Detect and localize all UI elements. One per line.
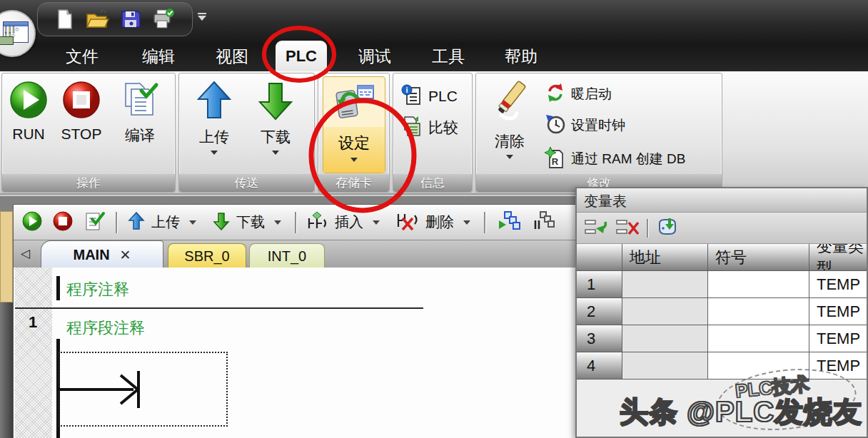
program-editor-panel: 上传 下载 插入 删除	[13, 204, 575, 438]
ribbon-group-label-operations: 操作	[2, 174, 175, 192]
download-dropdown-caret[interactable]	[272, 151, 279, 155]
compare-button[interactable]: 比较	[400, 115, 458, 141]
delete-element-icon[interactable]	[396, 211, 419, 234]
editor-delete-caret[interactable]	[463, 220, 470, 225]
navigate-blocks-icon[interactable]	[496, 210, 520, 235]
insert-row-icon[interactable]	[584, 216, 608, 240]
table-header-row: 地址 符号 变量类型	[577, 244, 867, 271]
cell-address[interactable]	[622, 352, 708, 380]
tab-main[interactable]: MAIN✕	[41, 240, 163, 268]
svg-text:R: R	[552, 156, 559, 167]
plc-info-button[interactable]: i PLC	[400, 83, 458, 109]
svg-text:i: i	[405, 86, 408, 94]
editor-delete-label[interactable]: 删除	[425, 213, 454, 232]
variable-table-title[interactable]: 变量表	[577, 188, 867, 213]
warm-start-button[interactable]: 暖启动	[545, 82, 612, 106]
download-small-icon[interactable]	[213, 212, 230, 233]
editor-upload-caret[interactable]	[189, 220, 196, 225]
network-number: 1	[21, 313, 45, 332]
cell-symbol[interactable]	[708, 325, 809, 352]
quick-access-toolbar	[37, 2, 193, 36]
tab-sbr0[interactable]: SBR_0	[168, 243, 246, 268]
app-window: ║║║○ ║║○ 文件 编辑 视图 PLC 调试 工具 帮助 RUN STOP	[0, 0, 868, 438]
toolbar-separator	[647, 219, 648, 238]
menu-debug[interactable]: 调试	[353, 43, 396, 70]
navigate-contacts-icon[interactable]	[531, 210, 555, 235]
ribbon-group-operations: RUN STOP 编译 操作	[1, 73, 176, 193]
variable-table: 地址 符号 变量类型 1 TEMP 2 TEMP 3 TEMP	[577, 244, 867, 380]
run-button[interactable]: RUN	[6, 81, 51, 143]
comment-marker-bar	[56, 276, 60, 300]
compare-icon	[400, 115, 423, 141]
upload-dropdown-caret[interactable]	[211, 151, 218, 155]
cell-var-type[interactable]: TEMP	[809, 298, 867, 325]
row-number[interactable]: 1	[577, 271, 622, 298]
delete-row-icon[interactable]	[615, 216, 640, 240]
editor-download-caret[interactable]	[274, 220, 281, 225]
cell-address[interactable]	[622, 325, 708, 352]
stop-button[interactable]: STOP	[59, 81, 104, 143]
upload-button[interactable]: 上传	[192, 81, 236, 155]
editor-toolbar: 上传 下载 插入 删除	[14, 205, 576, 240]
menu-plc-selected[interactable]: PLC	[276, 41, 327, 71]
open-folder-icon[interactable]	[85, 8, 109, 31]
header-symbol[interactable]: 符号	[708, 244, 809, 271]
editor-insert-label[interactable]: 插入	[335, 213, 363, 232]
row-number[interactable]: 2	[577, 298, 622, 325]
clear-dropdown-caret[interactable]	[506, 155, 513, 159]
cell-symbol[interactable]	[708, 271, 809, 298]
ladder-editor-canvas[interactable]: 程序注释 1 程序段注释	[14, 268, 576, 438]
navigation-pane-edge	[0, 211, 13, 302]
sort-filter-icon[interactable]	[655, 216, 678, 240]
row-number[interactable]: 3	[577, 325, 622, 352]
variable-table-toolbar	[577, 213, 867, 244]
cell-address[interactable]	[622, 298, 708, 325]
row-number[interactable]: 4	[577, 352, 622, 380]
network-comment[interactable]: 程序段注释	[66, 317, 145, 339]
create-db-from-ram-button[interactable]: R 通过 RAM 创建 DB	[545, 146, 685, 172]
ribbon-group-transfer: 上传 下载 传送	[178, 73, 315, 193]
editor-upload-label[interactable]: 上传	[151, 213, 180, 232]
run-icon	[9, 81, 48, 122]
program-comment[interactable]: 程序注释	[66, 279, 129, 300]
tab-int0[interactable]: INT_0	[249, 243, 325, 268]
menu-tools[interactable]: 工具	[427, 43, 470, 70]
compile-small-icon[interactable]	[84, 210, 105, 235]
upload-arrow-icon	[196, 81, 233, 123]
header-var-type[interactable]: 变量类型	[809, 244, 867, 271]
cell-var-type[interactable]: TEMP	[809, 271, 867, 298]
editor-tab-bar: ◁ MAIN✕ SBR_0 INT_0	[14, 240, 576, 268]
menu-file[interactable]: 文件	[61, 43, 104, 70]
menu-edit[interactable]: 编辑	[137, 43, 180, 70]
network-gutter	[15, 268, 52, 438]
memory-card-icon	[332, 81, 376, 124]
compile-button[interactable]: 编译	[115, 81, 165, 146]
clear-button[interactable]: 清除	[486, 78, 533, 159]
save-icon[interactable]	[119, 8, 142, 31]
print-icon[interactable]	[151, 8, 177, 31]
tab-close-icon[interactable]: ✕	[120, 248, 131, 263]
stop-small-icon[interactable]	[53, 211, 73, 234]
set-dropdown-caret[interactable]	[350, 158, 358, 162]
cell-address[interactable]	[622, 271, 708, 298]
editor-download-label[interactable]: 下载	[236, 213, 265, 232]
menu-help[interactable]: 帮助	[500, 43, 542, 70]
insert-element-icon[interactable]	[307, 211, 328, 234]
cell-symbol[interactable]	[708, 298, 809, 325]
toolbar-separator	[295, 212, 296, 233]
header-address[interactable]: 地址	[622, 244, 708, 271]
upload-small-icon[interactable]	[128, 212, 145, 233]
set-clock-button[interactable]: 设置时钟	[545, 113, 625, 138]
menu-view[interactable]: 视图	[211, 43, 253, 70]
ribbon-group-modify: 清除 暖启动 设置时钟 R 通过 RAM 创建 DB	[475, 73, 722, 193]
run-small-icon[interactable]	[22, 211, 42, 234]
tab-scroll-left-icon[interactable]: ◁	[21, 246, 30, 261]
toolbar-customize-chevron-icon[interactable]	[197, 13, 207, 21]
memory-card-set-button[interactable]: 设定	[323, 76, 385, 173]
editor-insert-caret[interactable]	[373, 220, 380, 225]
ribbon-group-memory-card: 设定 存储卡	[318, 73, 390, 193]
cell-var-type[interactable]: TEMP	[809, 325, 867, 352]
ribbon: RUN STOP 编译 操作 上传	[0, 71, 868, 195]
new-file-icon[interactable]	[53, 8, 76, 31]
download-button[interactable]: 下载	[253, 81, 298, 155]
